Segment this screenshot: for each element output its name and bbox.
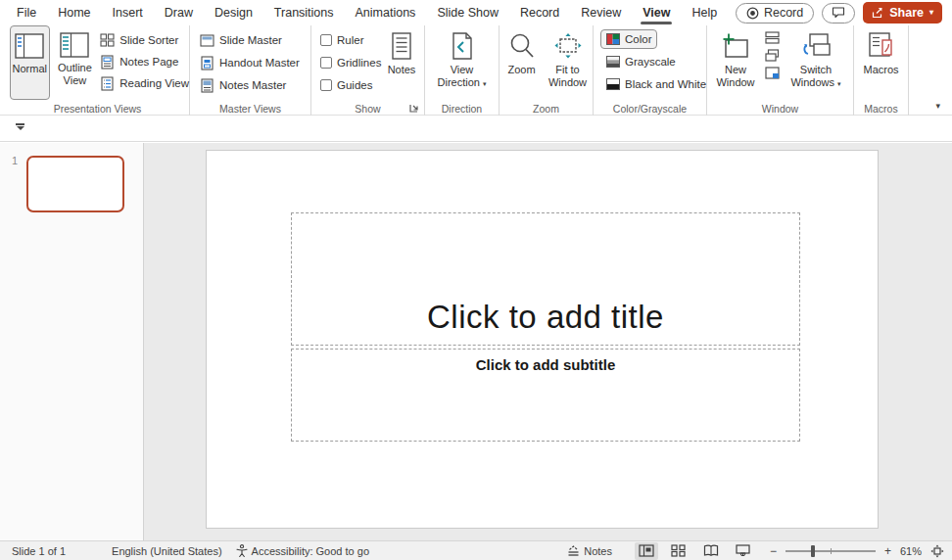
checkbox-icon xyxy=(320,34,332,46)
tab-design[interactable]: Design xyxy=(204,0,263,25)
workspace: 1 Click to add title Click to add subtit… xyxy=(0,143,952,540)
notes-page-button[interactable]: Notes Page xyxy=(100,52,189,71)
tab-transitions[interactable]: Transitions xyxy=(263,0,345,25)
record-button[interactable]: Record xyxy=(736,3,814,23)
group-label-macros: Macros xyxy=(854,103,908,115)
chevron-down-icon: ▾ xyxy=(837,80,841,87)
tab-help[interactable]: Help xyxy=(681,0,728,25)
outline-view-button[interactable]: Outline View xyxy=(54,25,97,100)
tab-home[interactable]: Home xyxy=(47,0,101,25)
slide-thumbnail-panel: 1 xyxy=(0,143,144,540)
tab-review[interactable]: Review xyxy=(570,0,632,25)
group-label-window: Window xyxy=(707,103,853,115)
collapse-ribbon-chevron-icon[interactable]: ▾ xyxy=(935,101,940,111)
reading-view-label: Reading View xyxy=(119,77,189,89)
slide-sorter-status-button[interactable] xyxy=(667,542,690,560)
powerpoint-window: { "menu": { "tabs": ["File", "Home", "In… xyxy=(0,0,952,560)
zoom-slider-handle[interactable] xyxy=(811,545,815,557)
zoom-percentage[interactable]: 61% xyxy=(900,545,922,557)
slide-master-label: Slide Master xyxy=(219,34,282,46)
black-and-white-icon xyxy=(606,78,620,90)
move-split-icon[interactable] xyxy=(765,67,780,79)
share-button-label: Share xyxy=(889,6,924,20)
language-status[interactable]: English (United States) xyxy=(112,545,222,557)
group-label-zoom: Zoom xyxy=(500,103,593,115)
zoom-out-button[interactable]: − xyxy=(770,544,777,558)
slide-sorter-icon xyxy=(100,33,115,47)
macros-icon xyxy=(867,32,896,60)
slide-master-button[interactable]: Slide Master xyxy=(200,30,310,50)
black-and-white-button[interactable]: Black and White xyxy=(600,74,706,94)
slide-master-icon xyxy=(200,34,214,47)
zoom-button[interactable]: Zoom xyxy=(501,25,543,100)
title-placeholder[interactable]: Click to add title xyxy=(291,212,800,346)
ribbon-pin-icon[interactable] xyxy=(15,123,25,130)
fit-slide-to-window-button[interactable] xyxy=(930,544,944,558)
tab-draw[interactable]: Draw xyxy=(154,0,204,25)
group-show: Ruler Gridlines Guides Notes xyxy=(311,25,425,116)
share-button[interactable]: Share ▾ xyxy=(863,2,942,23)
arrange-all-icon[interactable] xyxy=(765,31,780,44)
group-presentation-views: Normal Outline View Slide Sorter xyxy=(6,25,190,116)
color-button[interactable]: Color xyxy=(600,29,657,49)
zoom-in-button[interactable]: + xyxy=(884,544,891,558)
normal-view-icon xyxy=(15,33,44,59)
handout-master-label: Handout Master xyxy=(219,57,300,69)
subtitle-placeholder[interactable]: Click to add subtitle xyxy=(291,349,800,442)
accessibility-status[interactable]: Accessibility: Good to go xyxy=(236,544,369,557)
view-direction-button[interactable]: View Direction ▾ xyxy=(431,25,494,100)
notes-button[interactable]: Notes xyxy=(382,25,421,96)
macros-button[interactable]: Macros xyxy=(858,25,905,100)
outline-view-icon xyxy=(60,32,89,58)
notes-toggle-button[interactable]: Notes xyxy=(567,545,612,557)
accessibility-label: Accessibility: Good to go xyxy=(252,545,369,557)
tab-view[interactable]: View xyxy=(632,0,681,25)
tab-animations[interactable]: Animations xyxy=(345,0,427,25)
switch-windows-button[interactable]: Switch Windows ▾ xyxy=(784,25,848,100)
gridlines-checkbox[interactable]: Gridlines xyxy=(320,53,382,72)
checkbox-icon xyxy=(320,57,332,69)
zoom-slider[interactable] xyxy=(785,550,876,552)
notes-master-button[interactable]: Notes Master xyxy=(200,75,310,95)
cascade-windows-icon[interactable] xyxy=(765,49,780,62)
normal-view-button[interactable]: Normal xyxy=(10,25,50,100)
group-label-show: Show xyxy=(311,103,424,115)
slide-show-status-button[interactable] xyxy=(732,542,755,560)
ruler-checkbox[interactable]: Ruler xyxy=(320,30,382,50)
fit-to-window-button[interactable]: Fit to Window xyxy=(545,25,592,100)
slide-counter[interactable]: Slide 1 of 1 xyxy=(12,545,66,557)
record-button-label: Record xyxy=(764,6,803,20)
notes-toggle-label: Notes xyxy=(584,545,612,557)
tab-slide-show[interactable]: Slide Show xyxy=(426,0,509,25)
outline-view-label: Outline View xyxy=(54,62,97,87)
slide[interactable]: Click to add title Click to add subtitle xyxy=(206,150,879,529)
group-macros: Macros Macros xyxy=(854,25,909,116)
group-color-grayscale: Color Grayscale Black and White Color/Gr… xyxy=(594,25,707,116)
reading-view-button[interactable]: Reading View xyxy=(100,73,189,93)
gridlines-label: Gridlines xyxy=(337,57,381,69)
reading-view-status-button[interactable] xyxy=(699,542,723,560)
zoom-icon xyxy=(508,32,536,60)
tab-file[interactable]: File xyxy=(6,0,47,25)
handout-master-button[interactable]: Handout Master xyxy=(200,53,310,72)
tab-record[interactable]: Record xyxy=(509,0,570,25)
new-window-button[interactable]: New Window xyxy=(711,25,760,100)
zoom-button-label: Zoom xyxy=(507,64,535,76)
ruler-label: Ruler xyxy=(337,34,363,46)
slide-thumbnail[interactable] xyxy=(26,156,124,212)
menu-bar: File Home Insert Draw Design Transitions… xyxy=(0,0,952,25)
record-icon xyxy=(746,7,759,20)
comments-button[interactable] xyxy=(822,3,855,23)
normal-view-status-button[interactable] xyxy=(635,542,658,560)
group-label-master-views: Master Views xyxy=(190,103,310,115)
slide-sorter-button[interactable]: Slide Sorter xyxy=(100,30,189,50)
grayscale-button[interactable]: Grayscale xyxy=(600,52,676,71)
guides-checkbox[interactable]: Guides xyxy=(320,75,382,95)
notes-master-label: Notes Master xyxy=(219,79,286,91)
group-label-color-grayscale: Color/Grayscale xyxy=(594,103,706,115)
fit-to-window-label: Fit to Window xyxy=(546,64,591,89)
group-zoom: Zoom Fit to Window Zoom xyxy=(500,25,594,116)
thumbnail-slide-number: 1 xyxy=(12,155,18,166)
notes-page-label: Notes Page xyxy=(119,56,178,68)
tab-insert[interactable]: Insert xyxy=(102,0,154,25)
